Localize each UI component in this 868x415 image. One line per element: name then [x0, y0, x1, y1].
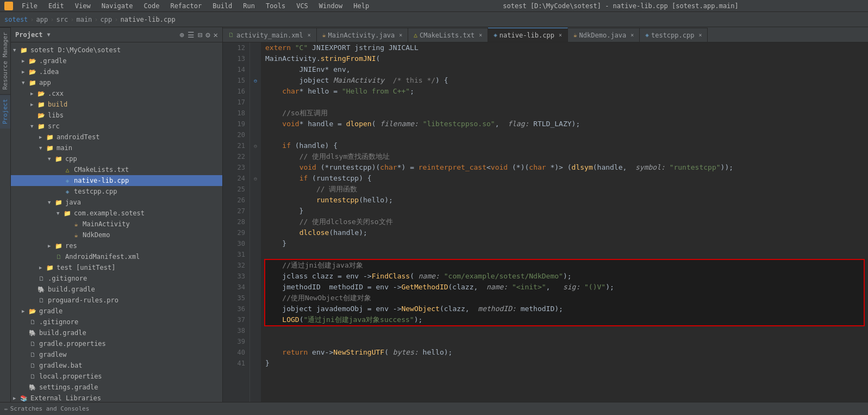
tree-item-testcpp[interactable]: ◈ testcpp.cpp — [11, 186, 222, 197]
tree-item-gradle-props[interactable]: 🗋 gradle.properties — [11, 338, 222, 349]
tree-item-gradle-hidden[interactable]: ▶ 📂 .gradle — [11, 55, 222, 66]
breadcrumb-sotest[interactable]: sotest — [4, 16, 28, 23]
tree-item-androidmanifest[interactable]: 🗋 AndroidManifest.xml — [11, 251, 222, 262]
folder-icon: 📁 — [37, 122, 46, 131]
panel-action-settings[interactable]: ⚙ — [205, 30, 210, 39]
panel-actions: ⊕ ☰ ⊟ ⚙ ✕ — [179, 30, 218, 39]
gutter-21[interactable]: ⊖ — [250, 140, 261, 151]
menu-help[interactable]: Help — [351, 2, 371, 10]
tree-item-settings-gradle[interactable]: 🐘 settings.gradle — [11, 382, 222, 393]
tab-close-btn[interactable]: × — [399, 32, 402, 38]
breadcrumb-cpp[interactable]: cpp — [101, 16, 113, 23]
menu-navigate[interactable]: Navigate — [99, 2, 135, 10]
tree-item-gradle-folder[interactable]: ▶ 📂 gradle — [11, 306, 222, 317]
tab-close-btn[interactable]: × — [479, 32, 482, 38]
code-line-32: //通过jni创建java对象 — [265, 260, 864, 271]
tree-item-native-lib[interactable]: ◈ native-lib.cpp — [11, 175, 222, 186]
tree-item-external-libs[interactable]: ▶ 📚 External Libraries — [11, 393, 222, 402]
tab-label: testcpp.cpp — [651, 32, 694, 39]
tree-item-src[interactable]: ▼ 📁 src — [11, 121, 222, 132]
tree-arrow: ▶ — [39, 265, 46, 270]
breadcrumb-src[interactable]: src — [57, 16, 68, 23]
tree-item-gradlew-bat[interactable]: 🗋 gradlew.bat — [11, 360, 222, 371]
menu-code[interactable]: Code — [142, 2, 162, 10]
tab-close-btn[interactable]: × — [630, 32, 634, 38]
tree-item-app[interactable]: ▼ 📁 app — [11, 77, 222, 88]
tree-item-build-gradle-root[interactable]: 🐘 build.gradle — [11, 327, 222, 338]
gutter: ⊖ ⊖ ⊖ — [250, 42, 261, 402]
menu-file[interactable]: File — [20, 2, 40, 10]
panel-action-add[interactable]: ⊕ — [179, 30, 184, 39]
gutter-24[interactable]: ⊖ — [250, 173, 261, 184]
panel-dropdown-arrow[interactable]: ▼ — [47, 32, 51, 38]
code-line-21: if (handle) { — [265, 140, 864, 151]
tab-mainactivity-java[interactable]: ☕ MainActivity.java × — [317, 28, 408, 42]
menu-run[interactable]: Run — [241, 2, 257, 10]
tree-item-com-pkg[interactable]: ▼ 📁 com.example.sotest — [11, 208, 222, 219]
panel-action-collapse[interactable]: ⊟ — [198, 30, 202, 39]
tab-close-btn[interactable]: × — [698, 32, 702, 38]
tree-item-libs[interactable]: 📂 libs — [11, 110, 222, 121]
tab-activity-main[interactable]: 🗋 activity_main.xml × — [223, 28, 317, 42]
tree-item-androidtest[interactable]: ▶ 📁 androidTest — [11, 132, 222, 143]
panel-action-close[interactable]: ✕ — [214, 30, 218, 39]
project-panel: Project ▼ ⊕ ☰ ⊟ ⚙ ✕ ▼ 📁 sotest D:\MyCode… — [11, 27, 223, 402]
side-tab-project[interactable]: Project — [0, 94, 10, 128]
tree-item-proguard[interactable]: 🗋 proguard-rules.pro — [11, 295, 222, 306]
tree-arrow: ▶ — [39, 134, 46, 140]
tree-item-cxx[interactable]: ▶ 📂 .cxx — [11, 88, 222, 99]
code-line-28: // 使用dlclose关闭so文件 — [265, 216, 864, 227]
breadcrumb-main[interactable]: main — [76, 16, 92, 23]
ln-17: 17 — [227, 97, 245, 108]
tab-close-btn[interactable]: × — [559, 32, 562, 38]
tree-label: settings.gradle — [39, 383, 98, 391]
tab-cmakelists[interactable]: △ CMakeLists.txt × — [408, 28, 488, 42]
tree-item-ndkdemo[interactable]: ☕ NdkDemo — [11, 230, 222, 240]
ln-15: 15 — [227, 75, 245, 86]
code-content[interactable]: extern "C" JNIEXPORT jstring JNICALL Mai… — [261, 42, 868, 402]
tree-item-cmakelists[interactable]: △ CMakeLists.txt — [11, 164, 222, 175]
file-icon: 🗋 — [28, 350, 37, 359]
tab-testcpp[interactable]: ◈ testcpp.cpp × — [640, 28, 708, 42]
breadcrumb-app[interactable]: app — [36, 16, 48, 23]
tree-item-idea[interactable]: ▶ 📂 .idea — [11, 66, 222, 77]
tree-item-gitignore-root[interactable]: 🗋 .gitignore — [11, 317, 222, 327]
menu-tools[interactable]: Tools — [264, 2, 288, 10]
code-line-34: jmethodID methodID = env ->GetMethodID(c… — [265, 282, 864, 293]
tree-item-sotest-root[interactable]: ▼ 📁 sotest D:\MyCode\sotest — [11, 45, 222, 55]
tab-close-btn[interactable]: × — [308, 32, 311, 38]
gutter-15[interactable]: ⊖ — [250, 75, 261, 86]
tree-item-gradlew[interactable]: 🗋 gradlew — [11, 349, 222, 360]
menu-view[interactable]: View — [73, 2, 93, 10]
tab-native-lib[interactable]: ◈ native-lib.cpp × — [488, 28, 568, 42]
tree-item-build[interactable]: ▶ 📁 build — [11, 99, 222, 110]
tree-arrow: ▶ — [30, 91, 37, 96]
tree-item-build-gradle-app[interactable]: 🐘 build.gradle — [11, 284, 222, 295]
gutter-30 — [250, 238, 261, 249]
tree-label: androidTest — [57, 133, 99, 141]
menu-edit[interactable]: Edit — [46, 2, 66, 10]
tree-item-gitignore-app[interactable]: 🗋 .gitignore — [11, 273, 222, 284]
tree-view[interactable]: ▼ 📁 sotest D:\MyCode\sotest ▶ 📂 .gradle … — [11, 42, 222, 402]
cmake-tab-icon: △ — [414, 32, 417, 39]
code-line-36: jobject javademoObj = env ->NewObject(cl… — [265, 303, 864, 314]
side-tab-resource-manager[interactable]: Resource Manager — [0, 27, 10, 94]
tree-item-java[interactable]: ▼ 📁 java — [11, 197, 222, 208]
menu-window[interactable]: Window — [317, 2, 345, 10]
panel-action-list[interactable]: ☰ — [188, 30, 195, 39]
menu-refactor[interactable]: Refactor — [168, 2, 204, 10]
menu-build[interactable]: Build — [210, 2, 234, 10]
breadcrumb-file[interactable]: native-lib.cpp — [121, 16, 176, 23]
gutter-25 — [250, 184, 261, 195]
tree-item-main[interactable]: ▼ 📁 main — [11, 143, 222, 153]
menu-vcs[interactable]: VCS — [294, 2, 310, 10]
scratches-bottom-label[interactable]: ✏ Scratches and Consoles — [4, 405, 89, 412]
tree-item-test-unit[interactable]: ▶ 📁 test [unitTest] — [11, 262, 222, 273]
tree-item-mainactivity[interactable]: ☕ MainActivity — [11, 219, 222, 230]
tree-item-local-props[interactable]: 🗋 local.properties — [11, 371, 222, 382]
tree-item-res[interactable]: ▶ 📁 res — [11, 240, 222, 251]
tree-label: .cxx — [48, 90, 64, 97]
tree-item-cpp[interactable]: ▼ 📁 cpp — [11, 153, 222, 164]
folder-icon: 📁 — [54, 154, 63, 163]
tab-ndkdemo-java[interactable]: ☕ NdkDemo.java × — [568, 28, 640, 42]
